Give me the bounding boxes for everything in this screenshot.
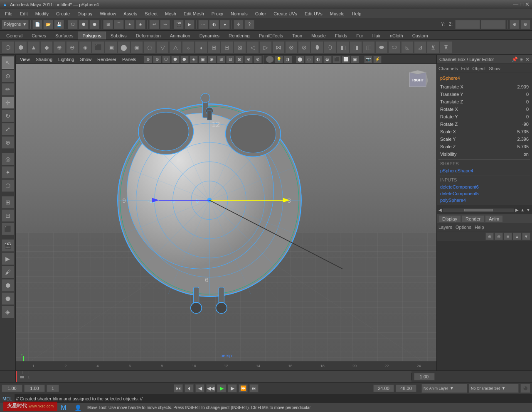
wireframe-btn[interactable]: ⋯ [198,20,208,29]
menu-muscle[interactable]: Muscle [327,10,348,17]
minimize-btn[interactable]: — [513,1,518,7]
display-layers-btn[interactable]: ⬛ [2,223,14,235]
step-back-btn[interactable]: ⏴ [185,384,194,392]
anim-layer-dropdown[interactable]: No Anim Layer ▼ [421,384,467,393]
shelf-icon-30[interactable]: ⬬ [375,41,388,54]
prev-frame-btn[interactable]: ◀ [195,384,204,392]
shelf-icon-10[interactable]: ⬤ [118,41,130,54]
hypershade-btn[interactable]: ⬣ [2,292,14,305]
layer-options-btn[interactable]: ≡ [504,233,512,240]
deletecomponent6-item[interactable]: deleteComponent6 [438,184,530,190]
go-start-btn[interactable]: ⏮ [174,384,183,392]
vp-icon-2[interactable]: ⊖ [153,56,161,63]
snap-surface-btn[interactable]: ◈ [135,20,145,29]
tab-hair[interactable]: Hair [368,32,385,39]
shelf-icon-28[interactable]: ◨ [350,41,362,54]
layer-tab-layers[interactable]: Layers [438,225,452,230]
lasso-tool-btn[interactable]: ⊙ [2,70,14,82]
current-frame-input[interactable] [414,373,435,380]
vp-icon-9[interactable]: ⊞ [217,56,225,63]
tab-surfaces[interactable]: Surfaces [51,32,78,39]
layer-down-btn[interactable]: ▼ [522,233,530,240]
tab-ncloth[interactable]: nCloth [385,32,408,39]
menu-assets[interactable]: Assets [120,10,140,17]
cb-anim-tab[interactable]: Anim [485,215,503,223]
snap-grid-btn[interactable]: ⊞ [103,20,113,29]
vp-view4-btn[interactable]: ◒ [323,56,332,63]
go-end-btn[interactable]: ⏭ [249,384,259,392]
tab-toon[interactable]: Toon [288,32,307,39]
shelf-icon-12[interactable]: ◌ [143,41,156,54]
attr-rotate-y[interactable]: Rotate Y 0 [438,113,530,120]
shelf-icon-24[interactable]: ⊘ [298,41,310,54]
vp-view2-btn[interactable]: ◌ [305,56,313,63]
menu-select[interactable]: Select [141,10,161,17]
shelf-icon-11[interactable]: ◉ [131,41,143,54]
save-file-btn[interactable]: 💾 [54,20,64,29]
vp-icon-11[interactable]: ⊠ [235,56,244,63]
shelf-icon-23[interactable]: ⊗ [285,41,298,54]
shelf-icon-16[interactable]: ⬧ [195,41,207,54]
shelf-icon-21[interactable]: ▷ [259,41,272,54]
attr-scale-y[interactable]: Scale Y 2.396 [438,135,530,143]
tab-muscle[interactable]: Muscle [307,32,330,39]
menu-display[interactable]: Display [74,10,96,17]
menu-normals[interactable]: Normals [227,10,251,17]
scroll-down-btn[interactable]: ▼ [525,207,531,213]
attr-translate-y[interactable]: Translate Y 0 [438,91,530,98]
cb-expand-icon[interactable]: ⊞ [520,56,524,62]
shelf-icon-2[interactable]: ⬢ [15,41,27,54]
attr-visibility[interactable]: Visibility on [438,150,530,158]
shelf-icon-5[interactable]: ⊕ [53,41,66,54]
layer-tab-help[interactable]: Help [475,225,484,230]
vp-light-btn[interactable]: 💡 [275,56,283,63]
deletecomponent5-item[interactable]: deleteComponent5 [438,190,530,197]
vp-view3-btn[interactable]: ◐ [314,56,323,63]
vp-menu-renderer[interactable]: Renderer [95,56,119,63]
shelf-icon-15[interactable]: ⬦ [182,41,195,54]
end-frame-input[interactable] [373,385,394,392]
step-forward-btn[interactable]: ⏩ [239,384,248,392]
select-by-obj-type-btn[interactable]: ⬣ [89,20,99,29]
scrollbar-thumb[interactable] [464,209,493,211]
menu-modify[interactable]: Modify [32,10,52,17]
menu-create-uvs[interactable]: Create UVs [270,10,300,17]
cb-tab-edit[interactable]: Edit [461,66,469,71]
new-file-btn[interactable]: 📄 [32,20,42,29]
vp-view6-btn[interactable]: ⬜ [342,56,350,63]
tab-general[interactable]: General [2,32,27,39]
select-by-hierarchy-btn[interactable]: ⬡ [68,20,78,29]
menu-file[interactable]: File [2,10,16,17]
redo-btn[interactable]: ↪ [160,20,170,29]
scale-tool-btn[interactable]: ⤢ [2,123,14,135]
tab-rendering[interactable]: Rendering [224,32,254,39]
vp-icon-3[interactable]: ⬡ [162,56,170,63]
start-frame-input2[interactable] [24,385,45,392]
question-btn[interactable]: ? [244,20,254,29]
shelf-icon-20[interactable]: ◁ [246,41,259,54]
vp-icon-5[interactable]: ⬣ [180,56,189,63]
input-field2[interactable] [481,20,506,29]
scroll-left-btn[interactable]: ◀ [438,207,443,213]
shelf-icon-27[interactable]: ◧ [337,41,349,54]
ipr-btn[interactable]: ▶ [2,253,14,265]
layer-new-btn[interactable]: ⊕ [485,233,494,240]
soft-select-btn[interactable]: ◎ [2,153,14,165]
vp-menu-panels[interactable]: Panels [120,56,139,63]
timeline-ruler[interactable]: 1 2 4 6 8 10 12 14 16 18 20 [16,371,411,382]
tab-dynamics[interactable]: Dynamics [195,32,224,39]
vp-icon-1[interactable]: ⊕ [144,56,152,63]
menu-edit[interactable]: Edit [17,10,31,17]
menu-help[interactable]: Help [349,10,365,17]
render-settings-btn[interactable]: 🎬 [174,20,184,29]
vp-icon-4[interactable]: ⬢ [171,56,180,63]
input-field[interactable] [455,20,480,29]
shelf-icon-1[interactable]: ⬡ [2,41,14,54]
char-set-dropdown[interactable]: No Character Set ▼ [469,384,519,393]
shelf-icon-26[interactable]: ⬯ [324,41,336,54]
tab-subdivs[interactable]: Subdivs [106,32,131,39]
shelf-icon-19[interactable]: ⊠ [234,41,246,54]
cb-pin-icon[interactable]: 📌 [512,56,518,62]
viewport-3d[interactable]: 12 3 6 9 -10 -5 0 [16,64,436,370]
extra-btn1[interactable]: ⊕ [510,20,520,29]
